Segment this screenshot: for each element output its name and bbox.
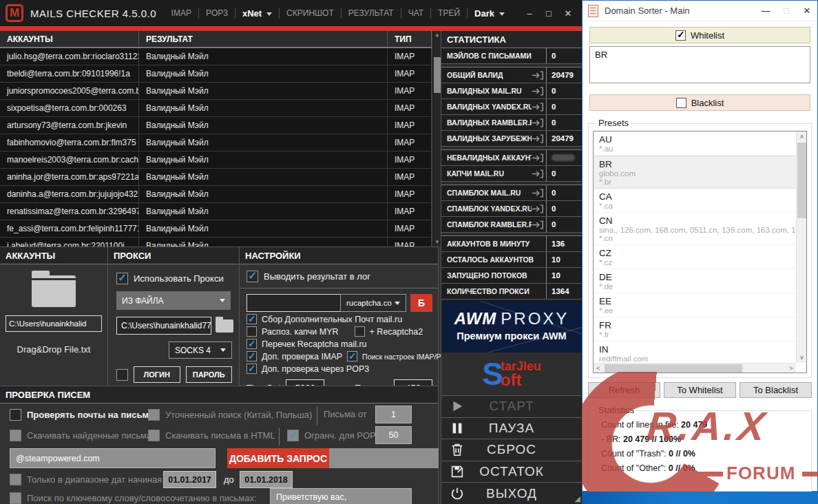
maximize-button[interactable]: □ [539,8,558,19]
table-row[interactable]: fabinhomovio@terra.com.br:flm375Валидный… [0,134,432,151]
pause-button[interactable]: ПАУЗА [441,417,582,439]
captcha-myr-checkbox[interactable] [247,326,257,337]
imap-check-checkbox[interactable] [247,351,257,361]
table-row[interactable]: fe_assi@terra.com.br:felipinh117771Валид… [0,220,432,238]
whitelist-checkbox[interactable] [675,30,686,41]
sorter-close-button[interactable]: ✕ [797,6,817,16]
scroll-down-icon[interactable]: ▼ [434,239,441,246]
table-row[interactable]: manoelreis2003@terra.com.br:cachoВалидны… [0,151,432,169]
scrollbar-thumb[interactable] [605,364,742,372]
folder-icon[interactable] [32,275,76,307]
to-whitelist-button[interactable]: To Whitelist [664,382,736,398]
export-arrow-icon[interactable] [532,118,544,128]
menu-item-чат[interactable]: ЧАТ [401,8,430,18]
keyword-checkbox[interactable] [10,492,21,504]
pop3-limit-checkbox[interactable] [287,430,299,441]
presets-vertical-scrollbar[interactable]: ∧ ∨ [796,132,806,363]
export-arrow-icon[interactable] [532,220,544,230]
column-header-accounts[interactable]: АККАУНТЫ [0,31,139,47]
proxy-type-select[interactable]: SOCKS 4 [169,342,232,359]
refresh-button[interactable]: Refresh [588,382,660,398]
download-found-checkbox[interactable] [10,430,21,441]
column-header-type[interactable]: ТИП [388,31,432,47]
whitelist-textarea[interactable]: BR [589,46,810,83]
exit-button[interactable]: ВЫХОД [441,482,582,504]
starjleu-soft-logo[interactable]: S tarJleu oft [441,353,582,395]
scrollbar-thumb[interactable] [434,57,441,93]
export-arrow-icon[interactable] [532,204,544,214]
proxy-auth-checkbox[interactable] [116,369,128,381]
sorter-minimize-button[interactable]: — [755,6,776,16]
preset-item-cz[interactable]: CZ*.cz [594,245,806,269]
refined-search-checkbox[interactable] [148,409,160,421]
table-row[interactable]: j.abelud@terra.com.br:2201100iВалидный М… [0,238,432,246]
captcha-service-select[interactable]: rucaptcha.co [340,294,406,312]
export-arrow-icon[interactable] [532,102,544,112]
recaptcha2-checkbox[interactable] [355,326,365,337]
scroll-right-icon[interactable]: > [786,364,796,373]
awm-proxy-banner[interactable]: AWM PROXY Премиум прокси AWM [441,301,582,353]
proxy-source-select[interactable]: ИЗ ФАЙЛА [116,291,231,310]
table-row[interactable]: artursony73@terra.com.br:jkevinВалидный … [0,117,432,134]
log-output-checkbox[interactable] [247,271,258,282]
date-range-checkbox[interactable] [10,474,21,485]
table-row[interactable]: daninha.a@terra.com.br:jujujojo4321Валид… [0,186,432,203]
preset-item-ca[interactable]: CA*.ca [594,189,806,213]
table-row[interactable]: renatissimaz@terra.com.br:3296497CВалидн… [0,203,432,220]
resize-grip[interactable]: ◢ [575,494,580,503]
scrollbar-thumb[interactable] [797,143,806,218]
preset-item-in[interactable]: INrediffmail.com [594,342,806,366]
download-html-checkbox[interactable] [148,430,160,441]
close-button[interactable]: ✕ [558,8,578,19]
imap-settings-search-checkbox[interactable] [347,351,357,361]
date-from-button[interactable]: 01.01.2017 [163,471,216,488]
scroll-up-icon[interactable]: ∧ [797,132,807,142]
letters-from-input[interactable]: 1 [375,406,412,423]
menu-item-скриншот[interactable]: СКРИНШОТ [280,8,341,18]
sorter-maximize-button[interactable]: □ [776,6,797,16]
collect-mailru-checkbox[interactable] [247,314,257,324]
presets-horizontal-scrollbar[interactable]: < > [594,363,796,372]
preset-item-cn[interactable]: CNsina., 126.com, 168.com, 0511.cn, 139.… [594,213,806,245]
menu-item-результат[interactable]: РЕЗУЛЬТАТ [342,8,401,18]
export-arrow-icon[interactable] [532,169,544,179]
to-blacklist-button[interactable]: To Blacklist [740,382,812,398]
reset-button[interactable]: СБРОС [441,439,582,461]
scroll-left-icon[interactable]: < [594,364,603,373]
password-button[interactable]: ПАРОЛЬ [186,366,233,383]
scroll-up-icon[interactable]: ▲ [434,32,441,39]
captcha-key-input[interactable] [247,294,340,312]
pop3-limit-input[interactable]: 50 [375,426,412,444]
add-query-button[interactable]: ДОБАВИТЬ ЗАПРОС [227,448,329,468]
accounts-file-path[interactable]: C:\Users\hunainkhalid [6,315,102,332]
menu-item-трей[interactable]: ТРЕЙ [431,8,467,18]
menu-item-dark[interactable]: Dark [468,8,512,19]
start-button[interactable]: СТАРТ [441,395,582,417]
preset-item-br[interactable]: BRglobo.com*.br [594,156,806,189]
menu-item-pop3[interactable]: POP3 [199,8,235,18]
balance-button[interactable]: Б [410,294,432,312]
export-arrow-icon[interactable] [532,188,544,198]
date-to-button[interactable]: 01.01.2018 [240,471,293,488]
remainder-button[interactable]: ОСТАТОК [441,461,582,483]
preset-item-ee[interactable]: EE*.ee [594,293,806,317]
table-scrollbar[interactable]: ▲ ▼ [432,31,441,246]
menu-item-imap[interactable]: IMAP [165,8,198,18]
proxy-file-input[interactable]: C:\Users\hunainkhalid77 [116,317,211,335]
menu-item-xnet[interactable]: xNet [235,8,279,19]
search-query-input[interactable]: @steampowered.com [10,448,216,468]
preset-item-au[interactable]: AU*.au [594,132,806,156]
recheck-recaptcha-checkbox[interactable] [247,339,257,349]
export-arrow-icon[interactable] [532,86,544,96]
table-row[interactable]: juniorspromocoes2005@terra.com.bВалидный… [0,83,432,100]
use-proxy-checkbox[interactable] [116,273,128,284]
preset-item-de[interactable]: DE*.de [594,269,806,293]
table-row[interactable]: tbeldi@terra.com.br:09101996!1aВалидный … [0,65,432,83]
login-button[interactable]: ЛОГИН [134,366,180,383]
table-row[interactable]: aninha.jor@terra.com.br:aps97221a9Валидн… [0,169,432,186]
scroll-down-icon[interactable]: ∨ [797,353,807,363]
minimize-button[interactable]: – [520,8,539,19]
preset-item-fr[interactable]: FR*.fr [594,317,806,342]
export-arrow-icon[interactable] [532,70,544,81]
check-letters-checkbox[interactable] [10,409,21,421]
